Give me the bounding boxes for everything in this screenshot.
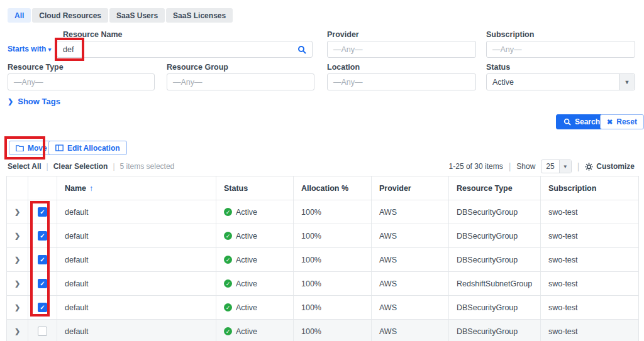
- divider: |: [509, 161, 511, 171]
- row-checkbox[interactable]: ✓: [38, 207, 47, 217]
- subscription-input[interactable]: —Any—: [486, 41, 635, 58]
- tab-saas-users[interactable]: SaaS Users: [109, 8, 165, 23]
- tab-bar: All Cloud Resources SaaS Users SaaS Lice…: [8, 8, 233, 23]
- table-row: ❯✓default✓Active100%AWSRedshiftSubnetGro…: [7, 272, 638, 296]
- expand-column-header: [7, 176, 28, 200]
- folder-icon: [16, 144, 24, 151]
- table-row: ❯✓default✓Active100%AWSDBSecurityGroupsw…: [7, 200, 638, 224]
- divider: |: [577, 161, 580, 171]
- pagination-bar: 1-25 of 30 items | Show 25 ▼ | Customize: [449, 160, 635, 173]
- expand-chevron-icon[interactable]: ❯: [14, 327, 20, 335]
- resource-type-cell: DBSecurityGroup: [449, 200, 541, 224]
- divider: |: [113, 162, 114, 171]
- resource-type-placeholder: —Any—: [14, 78, 43, 87]
- status-text: Active: [236, 279, 257, 288]
- expand-chevron-icon[interactable]: ❯: [14, 279, 20, 288]
- move-button[interactable]: Move: [9, 141, 54, 155]
- provider-cell: AWS: [372, 200, 449, 224]
- resource-type-cell: RedshiftSubnetGroup: [449, 272, 541, 295]
- expand-cell: ❯: [7, 248, 28, 271]
- checkbox-cell: ✓: [28, 224, 57, 247]
- x-icon: ✖: [607, 118, 613, 126]
- chevron-down-icon[interactable]: ▼: [619, 74, 635, 90]
- status-cell: ✓Active: [216, 272, 294, 295]
- expand-chevron-icon[interactable]: ❯: [14, 303, 20, 311]
- cloud-resources-page: All Cloud Resources SaaS Users SaaS Lice…: [0, 0, 644, 341]
- allocation-cell: 100%: [294, 272, 372, 295]
- subscription-cell: swo-test: [541, 248, 638, 271]
- clear-selection-link[interactable]: Clear Selection: [53, 162, 108, 171]
- match-mode-dropdown[interactable]: Starts with ▾: [8, 45, 51, 53]
- sort-asc-icon: ↑: [89, 184, 93, 193]
- name-cell: default: [57, 224, 216, 247]
- tab-all[interactable]: All: [8, 8, 31, 23]
- status-label: Status: [486, 63, 510, 72]
- column-header-name[interactable]: Name ↑: [57, 176, 216, 200]
- divider: |: [47, 162, 48, 171]
- subscription-cell: swo-test: [541, 200, 638, 224]
- items-range: 1-25 of 30 items: [449, 162, 503, 171]
- select-all-link[interactable]: Select All: [8, 162, 42, 171]
- edit-allocation-button-label: Edit Allocation: [67, 144, 120, 153]
- resource-group-placeholder: —Any—: [173, 78, 203, 87]
- status-select[interactable]: Active ▼: [486, 73, 635, 90]
- resource-type-label: Resource Type: [8, 63, 64, 72]
- tab-saas-licenses[interactable]: SaaS Licenses: [166, 8, 233, 23]
- table-row: ❯✓default✓Active100%AWSDBSecurityGroupsw…: [7, 248, 638, 272]
- search-icon: [564, 118, 571, 126]
- gear-icon: [585, 163, 593, 171]
- expand-cell: ❯: [7, 296, 28, 319]
- provider-cell: AWS: [372, 320, 449, 341]
- page-size-select[interactable]: 25 ▼: [541, 160, 571, 173]
- checkbox-cell: [28, 320, 57, 341]
- expand-chevron-icon[interactable]: ❯: [14, 256, 20, 264]
- reset-button-label: Reset: [616, 117, 637, 126]
- column-header-provider[interactable]: Provider: [372, 176, 449, 200]
- table-header-row: Name ↑ Status Allocation % Provider Reso…: [7, 176, 638, 200]
- reset-button[interactable]: ✖ Reset: [600, 114, 644, 129]
- status-active-icon: ✓: [224, 303, 232, 311]
- allocation-cell: 100%: [294, 248, 372, 271]
- location-input[interactable]: —Any—: [327, 73, 476, 90]
- customize-button[interactable]: Customize: [585, 162, 635, 171]
- column-header-subscription[interactable]: Subscription: [541, 176, 638, 200]
- search-icon[interactable]: [297, 45, 306, 54]
- table-columns-icon: [55, 144, 64, 151]
- edit-allocation-button[interactable]: Edit Allocation: [48, 141, 127, 155]
- table-row: ❯✓default✓Active100%AWSDBSecurityGroupsw…: [7, 224, 638, 248]
- row-checkbox[interactable]: ✓: [38, 231, 47, 241]
- resource-type-input[interactable]: —Any—: [8, 73, 155, 90]
- checkbox-cell: ✓: [28, 248, 57, 271]
- row-checkbox[interactable]: ✓: [38, 255, 47, 264]
- status-cell: ✓Active: [216, 248, 294, 271]
- allocation-cell: 100%: [294, 200, 372, 224]
- expand-chevron-icon[interactable]: ❯: [14, 208, 20, 216]
- status-text: Active: [236, 256, 257, 264]
- subscription-cell: swo-test: [541, 296, 638, 319]
- provider-cell: AWS: [372, 248, 449, 271]
- column-header-allocation[interactable]: Allocation %: [294, 176, 372, 200]
- expand-cell: ❯: [7, 200, 28, 224]
- status-cell: ✓Active: [216, 200, 294, 224]
- name-cell: default: [57, 320, 216, 341]
- provider-input[interactable]: —Any—: [327, 41, 476, 58]
- row-checkbox[interactable]: [38, 327, 47, 336]
- expand-chevron-icon[interactable]: ❯: [14, 232, 20, 240]
- row-checkbox[interactable]: ✓: [38, 303, 47, 312]
- match-mode-label: Starts with: [8, 45, 46, 53]
- provider-cell: AWS: [372, 224, 449, 247]
- column-header-status[interactable]: Status: [216, 176, 294, 200]
- resource-group-input[interactable]: —Any—: [167, 73, 314, 90]
- tab-cloud-resources[interactable]: Cloud Resources: [32, 8, 108, 23]
- subscription-cell: swo-test: [541, 272, 638, 295]
- allocation-cell: 100%: [294, 296, 372, 319]
- column-header-resource-type[interactable]: Resource Type: [449, 176, 541, 200]
- select-column-header: [28, 176, 57, 200]
- resource-name-value: def: [63, 45, 74, 54]
- row-checkbox[interactable]: ✓: [38, 279, 47, 288]
- expand-cell: ❯: [7, 272, 28, 295]
- location-placeholder: —Any—: [333, 78, 363, 87]
- resource-name-input[interactable]: def: [57, 41, 313, 58]
- provider-label: Provider: [327, 30, 359, 39]
- show-tags-toggle[interactable]: ❯ Show Tags: [8, 97, 60, 106]
